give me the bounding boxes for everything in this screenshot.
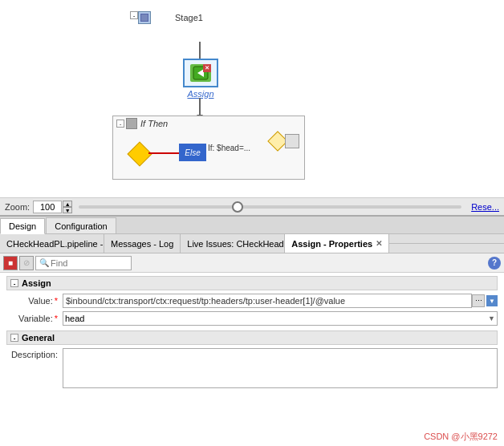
variable-field-row: Variable:* head ▼ <box>6 311 498 326</box>
canvas-area: - Stage1 ✕ Assign - If Then <box>0 0 504 217</box>
watermark: CSDN @小黑9272 <box>424 431 498 443</box>
assign-section-label: Assign <box>22 278 51 288</box>
search-icon: 🔍 <box>39 258 49 267</box>
value-required-star: * <box>55 296 58 306</box>
assign-x-icon: ✕ <box>203 64 211 72</box>
shape-square-outline <box>285 134 299 148</box>
tab-design[interactable]: Design <box>0 218 45 234</box>
bottom-panel: Design Configuration CHeckHeadPL.pipelin… <box>0 217 504 446</box>
tabs-row: Design Configuration <box>0 217 504 234</box>
panel-tab-live-issues[interactable]: Live Issues: CHeckHeadP··· <box>181 234 285 253</box>
panel-close-icon[interactable]: ✕ <box>376 239 382 248</box>
ifthen-container: - If Then Else If: $head=... <box>112 116 305 180</box>
toolbar: ■ ⊘ 🔍 ? <box>0 253 504 273</box>
description-field-row: Description: <box>6 348 498 388</box>
assign-section-collapse[interactable]: - <box>10 279 18 287</box>
panel-tab-pipeline[interactable]: CHeckHeadPL.pipeline - R··· <box>0 234 104 253</box>
assign-box[interactable]: ✕ <box>183 59 218 87</box>
value-dropdown-btn[interactable]: ▼ <box>486 295 498 306</box>
zoom-bar: Zoom: ▲ ▼ Rese... <box>0 197 504 215</box>
ifthen-header: - If Then <box>113 116 304 131</box>
value-field[interactable]: $inbound/ctx:transport/ctx:request/tp:he… <box>63 294 472 308</box>
zoom-label: Zoom: <box>5 202 30 212</box>
value-edit-btn[interactable]: ⋯ <box>472 294 485 307</box>
general-section-label: General <box>22 333 55 343</box>
else-box: Else <box>179 144 206 161</box>
diamond-yellow <box>127 141 152 166</box>
zoom-up-btn[interactable]: ▲ <box>63 201 72 207</box>
stage1-collapse-btn[interactable]: - <box>130 11 138 19</box>
panels-row: CHeckHeadPL.pipeline - R··· Messages - L… <box>0 234 504 253</box>
variable-label: Variable:* <box>6 314 63 323</box>
assign-label: Assign <box>183 89 218 99</box>
value-field-row: Value:* $inbound/ctx:transport/ctx:reque… <box>6 294 498 308</box>
zoom-slider-track <box>79 205 461 209</box>
if-condition-label: If: $head=... <box>208 144 250 152</box>
variable-value: head <box>65 314 84 323</box>
ifthen-label: If Then <box>140 119 168 128</box>
zoom-spinner: ▲ ▼ <box>63 201 72 213</box>
ifthen-icon <box>126 118 137 129</box>
description-label: Description: <box>6 348 63 359</box>
select-arrow-icon: ▼ <box>488 314 495 322</box>
general-section-header[interactable]: - General <box>6 330 498 345</box>
search-input[interactable] <box>51 258 115 268</box>
value-label: Value:* <box>6 296 63 306</box>
zoom-down-btn[interactable]: ▼ <box>63 207 72 213</box>
stage1-icon <box>138 11 151 24</box>
props-content: - Assign Value:* $inbound/ctx:transport/… <box>0 273 504 446</box>
variable-select[interactable]: head ▼ <box>63 311 498 326</box>
description-textarea[interactable] <box>63 348 498 388</box>
panel-tab-messages[interactable]: Messages - Log <box>104 234 181 253</box>
variable-required-star: * <box>55 314 58 323</box>
zoom-reset-btn[interactable]: Rese... <box>471 202 499 212</box>
stage1-node: Stage1 <box>175 11 203 22</box>
panels-spacer <box>389 243 504 244</box>
ifthen-collapse-btn[interactable]: - <box>116 120 124 128</box>
tab-configuration[interactable]: Configuration <box>46 217 116 233</box>
disabled-btn: ⊘ <box>19 256 34 270</box>
stop-btn[interactable]: ■ <box>3 256 18 270</box>
help-icon[interactable]: ? <box>488 257 501 270</box>
arrow-stage1-to-assign <box>199 42 201 59</box>
general-section-collapse[interactable]: - <box>10 334 18 342</box>
zoom-input[interactable] <box>33 201 62 213</box>
stage1-label: Stage1 <box>175 13 203 22</box>
arrow-right <box>148 152 181 154</box>
assign-node[interactable]: ✕ Assign <box>183 59 218 99</box>
assign-section-header[interactable]: - Assign <box>6 276 498 290</box>
panel-tab-assign-props[interactable]: Assign - Properties ✕ <box>285 234 389 253</box>
search-box: 🔍 <box>35 256 132 270</box>
zoom-slider-thumb[interactable] <box>232 201 243 213</box>
assign-icon: ✕ <box>190 64 211 82</box>
value-text: $inbound/ctx:transport/ctx:request/tp:he… <box>66 296 345 306</box>
arrow-assign-to-ifthen <box>199 98 201 116</box>
